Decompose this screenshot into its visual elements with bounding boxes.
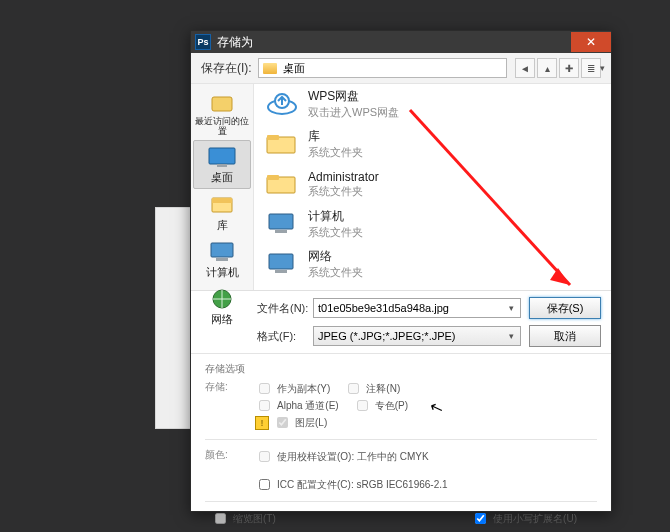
checkbox-as-copy[interactable]: 作为副本(Y) — [255, 380, 330, 397]
computer-icon — [262, 249, 302, 279]
item-subtitle: 双击进入WPS网盘 — [308, 105, 399, 120]
cancel-button[interactable]: 取消 — [529, 325, 601, 347]
folder-icon — [263, 63, 277, 74]
folder-icon — [262, 129, 302, 159]
svg-rect-1 — [209, 148, 235, 164]
new-folder-icon[interactable]: ✚ — [559, 58, 579, 78]
item-title: 计算机 — [308, 208, 363, 225]
chevron-down-icon: ▾ — [504, 301, 518, 315]
filename-value: t01e05be9e31d5a948a.jpg — [318, 302, 449, 314]
options-color-label: 颜色: — [205, 448, 255, 493]
list-item[interactable]: 网络 系统文件夹 — [254, 244, 611, 284]
save-options: 存储选项 存储: 作为副本(Y) 注释(N) Alpha 通道(E) 专色(P)… — [191, 353, 611, 532]
back-icon[interactable]: ◄ — [515, 58, 535, 78]
savein-label: 保存在(I): — [201, 60, 252, 77]
sidebar-item-desktop[interactable]: 桌面 — [193, 140, 251, 189]
checkbox-proof[interactable]: 使用校样设置(O): 工作中的 CMYK — [255, 448, 448, 465]
item-subtitle: 系统文件夹 — [308, 184, 379, 199]
sidebar-item-libraries[interactable]: 库 — [191, 189, 253, 236]
checkbox-layers[interactable]: 图层(L) — [273, 414, 327, 431]
folder-icon — [262, 169, 302, 199]
sidebar-item-label: 计算机 — [206, 265, 239, 280]
computer-icon — [205, 239, 239, 265]
item-title: WPS网盘 — [308, 88, 399, 105]
chevron-down-icon: ▾ — [504, 329, 518, 343]
folder-icon — [262, 284, 302, 290]
network-icon — [205, 286, 239, 312]
sidebar-item-label: 桌面 — [211, 170, 233, 185]
location-toolbar: 保存在(I): 桌面 ▾ ◄ ▴ ✚ ≣ — [191, 53, 611, 84]
libraries-icon — [205, 192, 239, 218]
checkbox-alpha[interactable]: Alpha 通道(E) — [255, 397, 339, 414]
form-area: 文件名(N): t01e05be9e31d5a948a.jpg ▾ 保存(S) … — [191, 290, 611, 347]
titlebar: Ps 存储为 ✕ — [191, 31, 611, 53]
computer-icon — [262, 209, 302, 239]
item-subtitle: 系统文件夹 — [308, 225, 363, 240]
svg-rect-5 — [211, 243, 233, 257]
list-item[interactable]: 库 系统文件夹 — [254, 124, 611, 164]
cloud-icon — [262, 89, 302, 119]
filename-input[interactable]: t01e05be9e31d5a948a.jpg ▾ — [313, 298, 521, 318]
svg-rect-15 — [275, 230, 287, 233]
window-title: 存储为 — [217, 34, 571, 51]
checkbox-lowercase-ext[interactable]: 使用小写扩展名(U) — [471, 510, 577, 527]
filename-label: 文件名(N): — [257, 301, 313, 316]
list-item[interactable]: Administrator 系统文件夹 — [254, 164, 611, 204]
svg-rect-14 — [269, 214, 293, 229]
svg-rect-4 — [212, 198, 232, 203]
sidebar-item-computer[interactable]: 计算机 — [191, 236, 253, 283]
saveas-dialog: Ps 存储为 ✕ 保存在(I): 桌面 ▾ ◄ ▴ ✚ ≣ 最近访问的位置 — [190, 30, 612, 512]
item-title: 库 — [308, 128, 363, 145]
format-value: JPEG (*.JPG;*.JPEG;*.JPE) — [318, 330, 456, 342]
close-icon: ✕ — [586, 35, 596, 49]
item-subtitle: 系统文件夹 — [308, 265, 363, 280]
location-dropdown[interactable]: 桌面 ▾ — [258, 58, 507, 78]
desktop-icon — [205, 144, 239, 170]
close-button[interactable]: ✕ — [571, 32, 611, 52]
checkbox-icc[interactable]: ICC 配置文件(C): sRGB IEC61966-2.1 — [255, 476, 448, 493]
list-item[interactable]: 计算机 系统文件夹 — [254, 204, 611, 244]
format-dropdown[interactable]: JPEG (*.JPG;*.JPEG;*.JPE) ▾ — [313, 326, 521, 346]
list-item[interactable]: 软件 — [254, 284, 611, 290]
svg-rect-11 — [267, 135, 279, 140]
svg-rect-17 — [275, 270, 287, 273]
item-subtitle: 系统文件夹 — [308, 145, 363, 160]
svg-rect-2 — [217, 164, 227, 167]
checkbox-spot[interactable]: 专色(P) — [353, 397, 408, 414]
warning-icon: ! — [255, 416, 269, 430]
item-title: Administrator — [308, 170, 379, 184]
format-label: 格式(F): — [257, 329, 313, 344]
checkbox-thumbnail[interactable]: 缩览图(T) — [211, 510, 276, 527]
file-list[interactable]: WPS网盘 双击进入WPS网盘 库 系统文件夹 Administrator 系统… — [254, 84, 611, 290]
location-value: 桌面 — [283, 61, 305, 76]
options-section-title: 存储选项 — [205, 362, 597, 376]
sidebar-item-network[interactable]: 网络 — [191, 283, 253, 330]
checkbox-notes[interactable]: 注释(N) — [344, 380, 400, 397]
sidebar-item-label: 库 — [217, 218, 228, 233]
item-title: 网络 — [308, 248, 363, 265]
svg-rect-6 — [216, 258, 228, 261]
places-sidebar: 最近访问的位置 桌面 库 计算机 — [191, 84, 254, 290]
photoshop-icon: Ps — [195, 34, 211, 50]
up-icon[interactable]: ▴ — [537, 58, 557, 78]
options-store-label: 存储: — [205, 380, 255, 431]
svg-rect-16 — [269, 254, 293, 269]
list-item[interactable]: WPS网盘 双击进入WPS网盘 — [254, 84, 611, 124]
sidebar-item-recent[interactable]: 最近访问的位置 — [191, 88, 253, 140]
sidebar-item-label: 最近访问的位置 — [193, 117, 251, 137]
svg-rect-13 — [267, 175, 279, 180]
recent-icon — [205, 91, 239, 117]
save-button[interactable]: 保存(S) — [529, 297, 601, 319]
svg-rect-0 — [212, 97, 232, 111]
chevron-down-icon: ▾ — [595, 61, 609, 75]
sidebar-item-label: 网络 — [211, 312, 233, 327]
